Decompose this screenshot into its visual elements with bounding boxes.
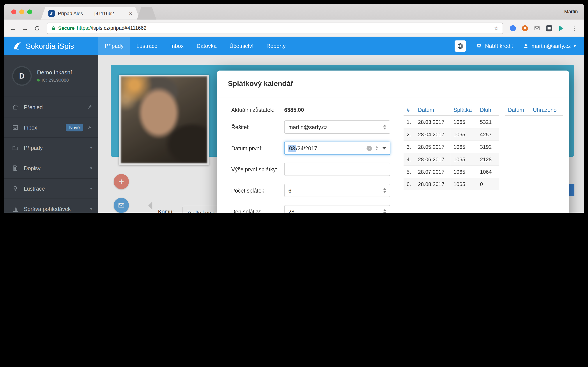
- cart-icon: [476, 43, 482, 49]
- extension-mail-icon[interactable]: [534, 25, 540, 31]
- tab-title-suffix: [4111662: [94, 10, 114, 16]
- browser-toolbar: ← → Secure https://ispis.cz/pripad#41116…: [4, 20, 584, 37]
- select-stepper-icon: [383, 209, 386, 213]
- screen: Případ Aleš [4111662 × Martin ← → Secure…: [0, 0, 588, 213]
- table-row: 4.28.06.201710652128: [404, 153, 499, 166]
- menu-item-datovka[interactable]: Datovka: [190, 37, 223, 55]
- new-tab-button[interactable]: [137, 7, 156, 20]
- balance-value: 6385.00: [284, 106, 304, 114]
- extension-icons: [507, 25, 567, 31]
- modal-title: Splátkový kalendář: [228, 80, 293, 88]
- extension-icon-orange[interactable]: [522, 25, 528, 31]
- menu-item-pripady[interactable]: Případy: [98, 37, 130, 55]
- forward-icon[interactable]: →: [19, 22, 31, 34]
- table-row: 1.28.03.201710655321: [404, 116, 499, 128]
- security-label: Secure: [58, 25, 75, 31]
- zoom-window-button[interactable]: [27, 9, 32, 14]
- col-header-paid-date[interactable]: Datum: [505, 105, 530, 116]
- first-amount-label: Výše první splátky:: [231, 166, 277, 173]
- app-brand[interactable]: Sokordia iSpis: [4, 41, 98, 51]
- menu-item-inbox[interactable]: Inbox: [164, 37, 190, 55]
- select-stepper-icon: [383, 125, 386, 129]
- installment-schedule-table: # Datum Splátka Dluh 1.28.03.20171065532…: [404, 105, 499, 190]
- back-icon[interactable]: ←: [7, 22, 19, 34]
- browser-tab-bar: Případ Aleš [4111662 × Martin: [4, 4, 584, 19]
- table-header-row: # Datum Splátka Dluh: [404, 105, 499, 116]
- menu-item-reporty[interactable]: Reporty: [260, 37, 292, 55]
- reload-icon[interactable]: [31, 22, 43, 34]
- extension-icon-blue[interactable]: [510, 25, 516, 31]
- minimize-window-button[interactable]: [19, 9, 24, 14]
- table-row: 3.28.05.201710653192: [404, 141, 499, 153]
- calendar-dropdown-icon[interactable]: [382, 147, 386, 149]
- first-date-input[interactable]: 03 /24/2017 ×: [284, 142, 390, 155]
- installment-count-select[interactable]: 6: [284, 184, 390, 197]
- paid-installments-table: Datum Uhrazeno: [505, 105, 563, 116]
- sail-icon: [50, 11, 54, 16]
- brand-name: Sokordia iSpis: [26, 42, 74, 50]
- user-icon: [523, 43, 529, 49]
- payment-calendar-modal: Splátkový kalendář Aktuální zůstatek: 63…: [217, 71, 569, 213]
- installment-day-select[interactable]: 28.: [284, 205, 390, 213]
- clear-date-icon[interactable]: ×: [366, 146, 372, 151]
- solver-select[interactable]: martin@sarfy.cz: [284, 120, 390, 133]
- main-menu: Případy Lustrace Inbox Datovka Účetnictv…: [98, 37, 292, 55]
- lock-icon: [51, 25, 56, 30]
- date-spinner-icon[interactable]: [376, 146, 378, 150]
- table-row: 5.28.07.201710651064: [404, 166, 499, 178]
- browser-profile-name[interactable]: Martin: [564, 9, 578, 15]
- balance-label: Aktuální zůstatek:: [231, 106, 275, 114]
- first-date-label: Datum první:: [231, 145, 263, 152]
- credit-button[interactable]: Nabít kredit: [476, 43, 513, 49]
- app-navbar: Sokordia iSpis Případy Lustrace Inbox Da…: [4, 37, 584, 55]
- tab-favicon: [48, 10, 55, 17]
- table-row: 6.28.08.201710650: [404, 178, 499, 190]
- url-scheme: https://: [77, 25, 92, 31]
- browser-tab[interactable]: Případ Aleš [4111662 ×: [41, 7, 140, 20]
- language-globe-button[interactable]: [455, 41, 466, 52]
- date-rest-segment[interactable]: /24/2017: [296, 145, 317, 151]
- window-controls: [11, 9, 32, 14]
- date-month-segment[interactable]: 03: [288, 145, 296, 152]
- col-header-date[interactable]: Datum: [415, 105, 450, 116]
- modal-header: Splátkový kalendář: [217, 71, 569, 97]
- url-text: https://ispis.cz/pripad#4111662: [77, 25, 147, 31]
- navbar-right: Nabít kredit martin@sarfy.cz ▾: [455, 41, 584, 52]
- table-row: 2.28.04.201710654257: [404, 128, 499, 141]
- credit-label: Nabít kredit: [485, 43, 513, 49]
- installment-count-label: Počet splátek:: [231, 187, 266, 195]
- browser-window: Případ Aleš [4111662 × Martin ← → Secure…: [4, 4, 584, 213]
- brand-sail-icon: [12, 41, 22, 51]
- col-header-installment[interactable]: Splátka: [450, 105, 477, 116]
- bookmark-star-icon[interactable]: ☆: [493, 25, 499, 32]
- address-bar[interactable]: Secure https://ispis.cz/pripad#4111662 ☆: [47, 23, 503, 34]
- close-window-button[interactable]: [11, 9, 16, 14]
- chevron-down-icon: ▾: [574, 43, 576, 48]
- url-rest: ispis.cz/pripad#4111662: [92, 25, 147, 31]
- solver-label: Řešitel:: [231, 124, 250, 131]
- browser-menu-icon[interactable]: ⋮: [567, 24, 581, 32]
- installment-day-label: Den splátky:: [231, 208, 262, 213]
- extension-window-icon[interactable]: [546, 25, 552, 31]
- tab-close-icon[interactable]: ×: [129, 10, 132, 16]
- menu-item-lustrace[interactable]: Lustrace: [130, 37, 164, 55]
- account-email: martin@sarfy.cz: [531, 43, 571, 49]
- globe-icon: [457, 43, 464, 50]
- first-amount-input[interactable]: [284, 163, 390, 176]
- col-header-index[interactable]: #: [404, 105, 415, 116]
- menu-item-ucetnictvi[interactable]: Účetnictví: [223, 37, 260, 55]
- col-header-debt[interactable]: Dluh: [477, 105, 499, 116]
- table-header-row: Datum Uhrazeno: [505, 105, 563, 116]
- extension-arrow-icon[interactable]: [558, 25, 564, 31]
- tab-title: Případ Aleš: [58, 10, 83, 16]
- account-menu[interactable]: martin@sarfy.cz ▾: [523, 43, 576, 49]
- select-stepper-icon: [383, 188, 386, 193]
- col-header-paid-amount[interactable]: Uhrazeno: [530, 105, 563, 116]
